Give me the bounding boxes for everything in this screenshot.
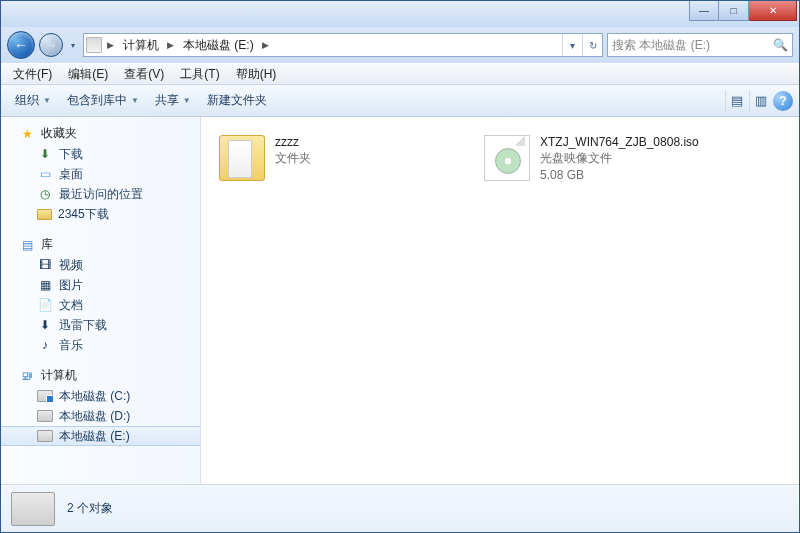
sidebar-item-xunlei[interactable]: ⬇ 迅雷下载 [1,315,200,335]
file-name: zzzz [275,135,311,149]
menu-view[interactable]: 查看(V) [116,64,172,85]
new-folder-button[interactable]: 新建文件夹 [199,88,275,113]
sidebar-item-drive-d[interactable]: 本地磁盘 (D:) [1,406,200,426]
drive-icon [86,37,102,53]
folder-icon [219,135,265,181]
close-button[interactable]: ✕ [749,1,797,21]
pictures-icon: ▦ [37,277,53,293]
iso-icon [484,135,530,181]
libraries-section: ▤ 库 🎞 视频 ▦ 图片 📄 文档 [1,234,200,355]
sidebar-item-label: 视频 [59,257,83,274]
breadcrumb-drive-e[interactable]: 本地磁盘 (E:) [177,34,259,56]
nav-row: ← → ▾ ▶ 计算机 ▶ 本地磁盘 (E:) ▶ ▾ ↻ 搜索 本地磁盘 (E… [1,27,799,63]
sidebar-item-2345-download[interactable]: 2345下载 [1,204,200,224]
search-input[interactable]: 搜索 本地磁盘 (E:) 🔍 [607,33,793,57]
library-icon: ▤ [19,237,35,253]
sidebar-item-label: 桌面 [59,166,83,183]
refresh-button[interactable]: ↻ [582,34,602,56]
computer-icon: 🖳 [19,368,35,384]
menu-help[interactable]: 帮助(H) [228,64,285,85]
body: ★ 收藏夹 ⬇ 下载 ▭ 桌面 ◷ 最近访问的位置 [1,117,799,484]
include-in-library-button[interactable]: 包含到库中▼ [59,88,147,113]
sidebar-item-downloads[interactable]: ⬇ 下载 [1,144,200,164]
view-mode-button[interactable]: ▤ [725,90,747,112]
drive-thumb-icon [11,492,55,526]
sidebar-item-desktop[interactable]: ▭ 桌面 [1,164,200,184]
address-bar[interactable]: ▶ 计算机 ▶ 本地磁盘 (E:) ▶ ▾ ↻ [83,33,603,57]
file-type: 光盘映像文件 [540,150,699,167]
menu-tools[interactable]: 工具(T) [172,64,227,85]
drive-icon [37,410,53,422]
search-icon[interactable]: 🔍 [773,38,788,52]
address-dropdown[interactable]: ▾ [562,34,582,56]
sidebar-item-drive-e[interactable]: 本地磁盘 (E:) [1,426,200,446]
menu-edit[interactable]: 编辑(E) [60,64,116,85]
sidebar-item-label: 本地磁盘 (E:) [59,428,130,445]
music-icon: ♪ [37,337,53,353]
computer-header[interactable]: 🖳 计算机 [1,365,200,386]
computer-label: 计算机 [41,367,77,384]
documents-icon: 📄 [37,297,53,313]
sidebar-item-recent[interactable]: ◷ 最近访问的位置 [1,184,200,204]
details-summary: 2 个对象 [67,500,113,517]
favorites-label: 收藏夹 [41,125,77,142]
sidebar-item-pictures[interactable]: ▦ 图片 [1,275,200,295]
star-icon: ★ [19,126,35,142]
history-dropdown[interactable]: ▾ [67,36,79,54]
sidebar-item-label: 最近访问的位置 [59,186,143,203]
maximize-button[interactable]: □ [719,1,749,21]
menu-file[interactable]: 文件(F) [5,64,60,85]
navigation-pane: ★ 收藏夹 ⬇ 下载 ▭ 桌面 ◷ 最近访问的位置 [1,117,201,484]
video-icon: 🎞 [37,257,53,273]
sidebar-item-label: 迅雷下载 [59,317,107,334]
favorites-section: ★ 收藏夹 ⬇ 下载 ▭ 桌面 ◷ 最近访问的位置 [1,123,200,224]
sidebar-item-label: 本地磁盘 (D:) [59,408,130,425]
sidebar-item-label: 下载 [59,146,83,163]
file-name: XTZJ_WIN764_ZJB_0808.iso [540,135,699,149]
breadcrumb-arrow-icon[interactable]: ▶ [104,40,117,50]
sidebar-item-label: 图片 [59,277,83,294]
libraries-label: 库 [41,236,53,253]
libraries-header[interactable]: ▤ 库 [1,234,200,255]
recent-icon: ◷ [37,186,53,202]
drive-icon [37,390,53,402]
share-button[interactable]: 共享▼ [147,88,199,113]
file-item-iso[interactable]: XTZJ_WIN764_ZJB_0808.iso 光盘映像文件 5.08 GB [478,131,733,189]
sidebar-item-documents[interactable]: 📄 文档 [1,295,200,315]
details-pane: 2 个对象 [1,484,799,532]
xunlei-icon: ⬇ [37,317,53,333]
back-button[interactable]: ← [7,31,35,59]
minimize-button[interactable]: — [689,1,719,21]
menu-bar: 文件(F) 编辑(E) 查看(V) 工具(T) 帮助(H) [1,63,799,85]
folder-icon [37,209,52,220]
caption-buttons: — □ ✕ [689,1,797,21]
toolbar: 组织▼ 包含到库中▼ 共享▼ 新建文件夹 ▤ ▥ ? [1,85,799,117]
breadcrumb-arrow-icon[interactable]: ▶ [259,40,272,50]
search-placeholder: 搜索 本地磁盘 (E:) [612,37,710,54]
titlebar: — □ ✕ [1,1,799,27]
sidebar-item-label: 本地磁盘 (C:) [59,388,130,405]
sidebar-item-videos[interactable]: 🎞 视频 [1,255,200,275]
sidebar-item-label: 2345下载 [58,206,109,223]
explorer-window: — □ ✕ ← → ▾ ▶ 计算机 ▶ 本地磁盘 (E:) ▶ ▾ ↻ 搜索 本… [0,0,800,533]
file-item-folder[interactable]: zzzz 文件夹 [213,131,468,189]
file-type: 文件夹 [275,150,311,167]
sidebar-item-music[interactable]: ♪ 音乐 [1,335,200,355]
sidebar-item-label: 文档 [59,297,83,314]
favorites-header[interactable]: ★ 收藏夹 [1,123,200,144]
breadcrumb-arrow-icon[interactable]: ▶ [164,40,177,50]
sidebar-item-label: 音乐 [59,337,83,354]
file-size: 5.08 GB [540,168,699,182]
forward-button[interactable]: → [39,33,63,57]
computer-section: 🖳 计算机 本地磁盘 (C:) 本地磁盘 (D:) 本地磁盘 (E:) [1,365,200,446]
breadcrumb-computer[interactable]: 计算机 [117,34,164,56]
desktop-icon: ▭ [37,166,53,182]
download-icon: ⬇ [37,146,53,162]
help-button[interactable]: ? [773,91,793,111]
organize-button[interactable]: 组织▼ [7,88,59,113]
drive-icon [37,430,53,442]
preview-pane-button[interactable]: ▥ [749,90,771,112]
content-area: zzzz 文件夹 XTZJ_WIN764_ZJB_0808.iso 光盘映像文件… [201,117,799,484]
sidebar-item-drive-c[interactable]: 本地磁盘 (C:) [1,386,200,406]
file-list[interactable]: zzzz 文件夹 XTZJ_WIN764_ZJB_0808.iso 光盘映像文件… [201,117,799,484]
